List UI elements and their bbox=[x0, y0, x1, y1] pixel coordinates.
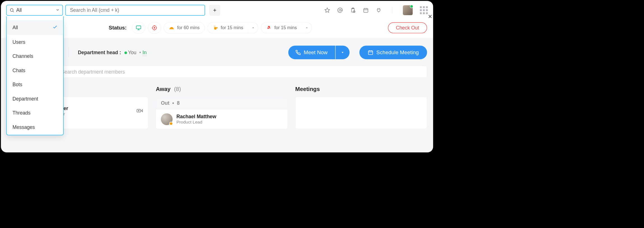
presence-away-icon bbox=[169, 122, 173, 125]
sub-label: Out bbox=[161, 100, 169, 106]
svg-point-20 bbox=[154, 27, 155, 28]
star-icon[interactable] bbox=[325, 7, 330, 13]
svg-marker-37 bbox=[141, 110, 142, 112]
search-box[interactable] bbox=[65, 5, 205, 16]
svg-rect-9 bbox=[364, 8, 368, 12]
divider bbox=[69, 47, 69, 57]
dropdown-item-channels[interactable]: Channels bbox=[7, 49, 63, 63]
status-coffee-text: for 15 mins bbox=[221, 25, 243, 31]
meetings-title: Meetings bbox=[295, 86, 320, 92]
filter-dropdown: All Users Channels Chats Bots Department… bbox=[6, 20, 64, 135]
svg-rect-32 bbox=[368, 51, 372, 54]
avatar bbox=[161, 113, 173, 125]
plug-icon[interactable] bbox=[376, 7, 381, 13]
status-coffee[interactable]: for 15 mins bbox=[207, 22, 248, 33]
column-away: Away (8) Out • 8 Rachael Matthew Product… bbox=[156, 86, 288, 129]
status-coffee-drop[interactable] bbox=[248, 22, 258, 33]
svg-point-0 bbox=[10, 9, 13, 12]
dropdown-item-threads[interactable]: Threads bbox=[7, 106, 63, 120]
dropdown-item-label: Messages bbox=[12, 124, 35, 130]
dropdown-item-users[interactable]: Users bbox=[7, 35, 63, 49]
check-out-button[interactable]: Check Out bbox=[388, 22, 427, 33]
search-input[interactable] bbox=[70, 7, 200, 13]
column-header: Away (8) bbox=[156, 86, 288, 92]
away-count: (8) bbox=[174, 86, 181, 92]
check-icon bbox=[52, 25, 58, 31]
column-header: Meetings bbox=[295, 86, 427, 92]
dropdown-item-bots[interactable]: Bots bbox=[7, 77, 63, 92]
svg-marker-28 bbox=[306, 28, 307, 28]
dropdown-item-label: Users bbox=[12, 39, 25, 45]
svg-line-1 bbox=[13, 11, 14, 12]
status-lunch-text: for 60 mins bbox=[177, 25, 199, 31]
person-row[interactable]: Rachael Matthew Product Lead bbox=[156, 110, 288, 129]
user-avatar[interactable] bbox=[403, 5, 413, 15]
card bbox=[295, 97, 427, 129]
schedule-meeting-button[interactable]: Schedule Meeting bbox=[359, 45, 427, 59]
dropdown-item-label: Department bbox=[12, 96, 38, 102]
search-filter-select[interactable]: All bbox=[6, 5, 63, 16]
topbar-icons bbox=[325, 5, 428, 15]
body: Department head : You •In Meet Now Sched… bbox=[1, 38, 433, 152]
svg-marker-26 bbox=[252, 28, 254, 28]
meet-now-dropdown[interactable] bbox=[335, 45, 349, 59]
person-name: Rachael Matthew bbox=[176, 114, 216, 120]
status-focus[interactable] bbox=[148, 22, 161, 33]
svg-rect-16 bbox=[136, 26, 141, 29]
app-window: All Status: bbox=[1, 1, 433, 152]
dropdown-item-label: Bots bbox=[12, 82, 22, 88]
dropdown-item-department[interactable]: Department bbox=[7, 92, 63, 106]
dept-you: You bbox=[128, 49, 137, 55]
svg-marker-4 bbox=[325, 8, 330, 12]
svg-point-38 bbox=[138, 110, 139, 111]
add-button[interactable] bbox=[209, 5, 220, 16]
mention-icon[interactable] bbox=[337, 7, 343, 13]
presence-dot-icon bbox=[124, 51, 127, 54]
search-members-input[interactable]: Search department members bbox=[17, 66, 427, 78]
card-sub-header: Out • 8 bbox=[156, 97, 288, 110]
status-label: Status: bbox=[109, 25, 127, 31]
clipboard-icon[interactable] bbox=[350, 7, 356, 13]
close-icon[interactable] bbox=[426, 12, 433, 20]
card: Out • 8 Rachael Matthew Product Lead bbox=[156, 97, 288, 129]
status-bar: Status: for 60 mins for 15 mins for 15 m… bbox=[73, 19, 427, 33]
chevron-down-icon bbox=[56, 8, 60, 13]
dept-head-label: Department head : You •In bbox=[78, 49, 147, 55]
calendar-icon[interactable] bbox=[363, 7, 369, 13]
meet-now-button[interactable]: Meet Now bbox=[288, 45, 335, 59]
search-icon bbox=[10, 8, 15, 13]
column-meetings: Meetings bbox=[295, 86, 427, 129]
svg-point-5 bbox=[339, 9, 341, 11]
filter-selected-text: All bbox=[16, 7, 56, 13]
dept-in-link[interactable]: In bbox=[142, 49, 147, 56]
search-members-placeholder: Search department members bbox=[61, 69, 125, 75]
status-dnd[interactable]: for 15 mins bbox=[261, 22, 302, 33]
dropdown-item-chats[interactable]: Chats bbox=[7, 63, 63, 78]
topbar: All bbox=[1, 1, 433, 19]
dropdown-item-label: Channels bbox=[12, 53, 33, 59]
bullet-icon: • bbox=[139, 49, 141, 55]
svg-rect-25 bbox=[169, 29, 174, 29]
dropdown-item-label: All bbox=[12, 25, 18, 31]
dept-head-text: Department head : bbox=[78, 49, 121, 55]
schedule-label: Schedule Meeting bbox=[376, 49, 419, 56]
dept-row: Department head : You •In Meet Now Sched… bbox=[17, 45, 427, 59]
status-dnd-text: for 15 mins bbox=[274, 25, 297, 31]
dropdown-item-label: Threads bbox=[12, 110, 30, 116]
person-role: Product Lead bbox=[176, 120, 216, 125]
away-title: Away bbox=[156, 86, 171, 92]
sub-count: 8 bbox=[177, 100, 180, 106]
status-lunch[interactable]: for 60 mins bbox=[164, 22, 205, 33]
svg-marker-31 bbox=[342, 52, 344, 53]
dropdown-item-messages[interactable]: Messages bbox=[7, 120, 63, 134]
dropdown-item-label: Chats bbox=[12, 68, 25, 74]
meet-now-label: Meet Now bbox=[304, 49, 328, 56]
divider bbox=[392, 7, 392, 13]
columns: Olivia Palmer Content Writer Away (8) Ou… bbox=[17, 86, 427, 129]
status-dnd-drop[interactable] bbox=[302, 22, 312, 33]
dropdown-item-all[interactable]: All bbox=[7, 20, 63, 35]
video-call-icon[interactable] bbox=[136, 107, 143, 115]
status-available[interactable] bbox=[132, 22, 145, 33]
